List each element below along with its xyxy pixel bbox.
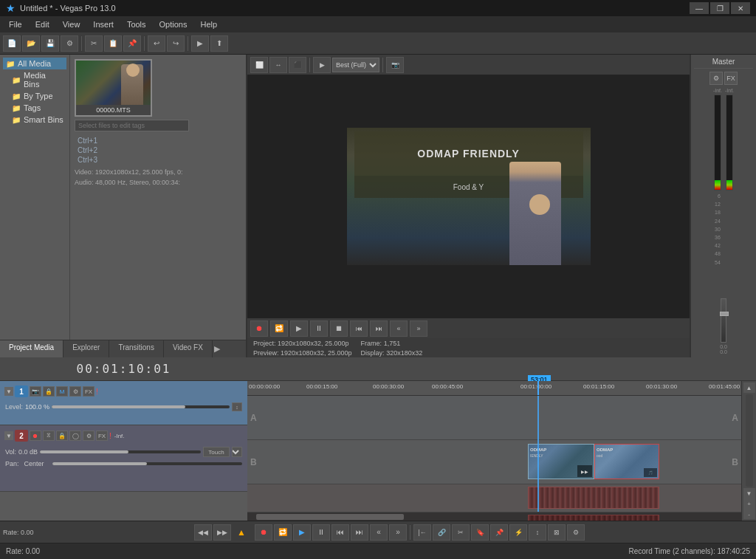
media-thumbnail[interactable]: 00000.MTS: [75, 59, 152, 117]
preview-loop-btn[interactable]: 🔁: [270, 320, 288, 337]
tree-item-all-media[interactable]: 📁 All Media: [3, 58, 66, 69]
copy-button[interactable]: 📋: [104, 35, 122, 52]
tl-slow-btn[interactable]: «: [370, 524, 388, 541]
tree-item-by-type[interactable]: 📁 By Type: [3, 90, 66, 102]
tl-skipb-btn[interactable]: ⏮: [331, 524, 349, 541]
tabs-scroll-btn[interactable]: ▶: [213, 340, 221, 357]
paste-button[interactable]: 📌: [123, 35, 141, 52]
timeline-ruler[interactable]: 00:00:00:00 00:00:15:00 00:00:30:00 00:0…: [247, 381, 741, 396]
tl-region-btn[interactable]: 📌: [490, 524, 508, 541]
close-button[interactable]: ✕: [731, 2, 750, 14]
tl-play-btn[interactable]: ▶: [293, 524, 311, 541]
export-button[interactable]: ⬆: [210, 35, 228, 52]
tl-vscroll[interactable]: [746, 394, 753, 487]
tl-settings-btn[interactable]: ⚙: [567, 524, 585, 541]
track-2-mono[interactable]: ⧖: [43, 431, 55, 441]
ruler-mark-45: 00:00:45:00: [432, 381, 463, 390]
track-2-record[interactable]: ⏺: [30, 431, 41, 441]
preview-stop-btn[interactable]: ⏹: [330, 320, 348, 337]
audio-clip-1[interactable]: [528, 487, 659, 509]
menu-file[interactable]: File: [3, 18, 28, 30]
minimize-button[interactable]: —: [690, 2, 709, 14]
tab-transitions[interactable]: Transitions: [109, 340, 164, 357]
track-1-slider-expand[interactable]: ↕: [232, 402, 242, 411]
tl-mark-btn[interactable]: 🔖: [471, 524, 489, 541]
tl-zoom-fit[interactable]: ⊠: [548, 524, 566, 541]
menu-insert[interactable]: Insert: [87, 18, 120, 30]
new-button[interactable]: 📄: [3, 35, 21, 52]
tl-record-btn[interactable]: ⏺: [255, 524, 272, 541]
tl-loop-btn[interactable]: 🔁: [274, 524, 292, 541]
touch-button[interactable]: Touch: [203, 447, 230, 457]
tl-crossfade-btn[interactable]: ⚡: [509, 524, 527, 541]
tree-item-tags[interactable]: 📁 Tags: [3, 102, 66, 114]
restore-button[interactable]: ❐: [710, 2, 729, 14]
preview-tb-btn4[interactable]: ▶: [313, 57, 331, 73]
track-1-btn3[interactable]: M: [56, 386, 68, 397]
preview-tb-btn2[interactable]: ↔: [269, 57, 287, 73]
menu-tools[interactable]: Tools: [121, 18, 152, 30]
open-button[interactable]: 📂: [22, 35, 40, 52]
save-button[interactable]: 💾: [41, 35, 59, 52]
tl-snap-btn[interactable]: 🔗: [433, 524, 450, 541]
preview-record-btn[interactable]: ⏺: [250, 320, 268, 337]
cut-button[interactable]: ✂: [85, 35, 103, 52]
tl-skipf-btn[interactable]: ⏭: [351, 524, 368, 541]
tag-input[interactable]: [75, 120, 189, 131]
track-1-expand[interactable]: ▼: [4, 387, 13, 396]
preview-slow-btn[interactable]: «: [390, 320, 408, 337]
tl-fast-btn[interactable]: »: [389, 524, 407, 541]
preview-tb-btn3[interactable]: ⬛: [289, 57, 306, 73]
redo-button[interactable]: ↪: [167, 35, 185, 52]
properties-button[interactable]: ⚙: [61, 35, 78, 52]
preview-fast-btn[interactable]: »: [410, 320, 427, 337]
transport-warn[interactable]: ▲: [233, 524, 250, 541]
video-clip-2[interactable]: ODMAP ood 🎵: [594, 444, 659, 479]
preview-play-btn[interactable]: ▶: [290, 320, 308, 337]
track-2-btn4[interactable]: ◯: [69, 431, 81, 441]
track-2-settings[interactable]: ⚙: [83, 431, 94, 441]
tree-item-media-bins[interactable]: 📁 Media Bins: [3, 69, 66, 90]
menu-view[interactable]: View: [57, 18, 86, 30]
tl-cursor-btn[interactable]: |←: [413, 524, 431, 541]
track-2-expand[interactable]: ▼: [4, 431, 13, 440]
level-slider[interactable]: [52, 405, 230, 408]
quality-select[interactable]: Best (Full) Good Draft: [332, 58, 379, 72]
tab-project-media[interactable]: Project Media: [0, 340, 63, 357]
master-fader[interactable]: 0.0 0.0: [694, 298, 753, 354]
master-settings-btn[interactable]: ⚙: [709, 72, 723, 85]
touch-select[interactable]: [232, 447, 242, 457]
track-1-btn2[interactable]: 🔒: [43, 386, 55, 397]
track-2-btn3[interactable]: 🔒: [56, 431, 68, 441]
undo-button[interactable]: ↩: [148, 35, 165, 52]
transport-fwd-frame[interactable]: ▶▶: [213, 524, 231, 541]
pan-slider[interactable]: [52, 462, 242, 465]
tl-scroll-up[interactable]: ▲: [743, 383, 755, 393]
preview-skipf-btn[interactable]: ⏭: [370, 320, 388, 337]
tl-expand-btn[interactable]: ↕: [529, 524, 546, 541]
master-fx-btn[interactable]: FX: [724, 72, 738, 85]
track-1-btn1[interactable]: 📷: [30, 386, 41, 397]
transport-prev-frame[interactable]: ◀◀: [194, 524, 212, 541]
menu-options[interactable]: Options: [154, 18, 193, 30]
tree-item-smart-bins[interactable]: 📁 Smart Bins: [3, 114, 66, 126]
menu-edit[interactable]: Edit: [30, 18, 55, 30]
preview-pause-btn[interactable]: ⏸: [310, 320, 328, 337]
render-button[interactable]: ▶: [191, 35, 209, 52]
vol-slider[interactable]: [40, 450, 201, 453]
tl-razor-btn[interactable]: ✂: [452, 524, 470, 541]
tab-video-fx[interactable]: Video FX: [164, 340, 213, 357]
track-1-settings[interactable]: ⚙: [69, 386, 81, 397]
tl-zoom-in[interactable]: +: [743, 498, 755, 509]
preview-tb-btn1[interactable]: ⬜: [250, 57, 268, 73]
preview-skipb-btn[interactable]: ⏮: [350, 320, 368, 337]
tl-scroll-dn[interactable]: ▼: [743, 488, 755, 498]
tl-pause-btn[interactable]: ⏸: [312, 524, 330, 541]
track-1-fx[interactable]: FX: [83, 386, 94, 397]
track-2-fx[interactable]: FX: [96, 431, 108, 441]
menu-help[interactable]: Help: [194, 18, 223, 30]
tl-zoom-out[interactable]: -: [743, 509, 755, 519]
tab-explorer[interactable]: Explorer: [63, 340, 109, 357]
audio-clip-2[interactable]: 🎵: [528, 515, 659, 521]
preview-snap-btn[interactable]: 📷: [386, 57, 404, 73]
